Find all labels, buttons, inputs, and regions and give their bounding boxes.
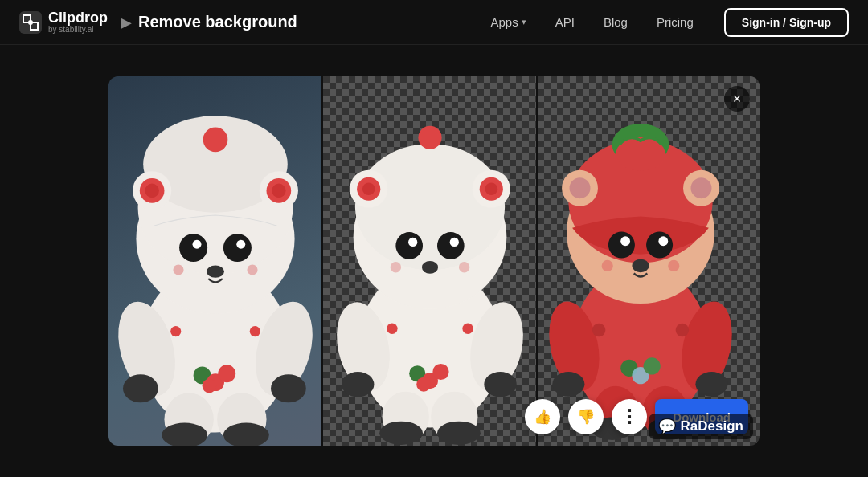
comparison-card: ×: [108, 76, 760, 446]
images-row: [108, 76, 760, 446]
original-panel: [108, 76, 321, 446]
svg-point-31: [202, 379, 216, 393]
thumbdown-icon: 👎: [577, 408, 595, 426]
svg-point-17: [207, 265, 224, 277]
svg-point-18: [173, 264, 183, 275]
svg-point-61: [432, 364, 448, 380]
main-content: ×: [0, 45, 868, 477]
nav-api[interactable]: API: [544, 10, 586, 34]
svg-point-42: [485, 182, 497, 195]
svg-point-16: [236, 240, 245, 249]
blog-label: Blog: [604, 15, 628, 29]
svg-point-78: [632, 259, 649, 273]
apps-chevron-icon: ▾: [522, 17, 526, 27]
svg-point-93: [676, 324, 690, 337]
svg-point-46: [408, 238, 417, 247]
svg-point-43: [418, 126, 441, 149]
svg-point-45: [436, 232, 464, 259]
svg-point-44: [395, 232, 423, 259]
svg-point-53: [342, 372, 374, 397]
svg-point-50: [458, 262, 469, 272]
thumbdown-button[interactable]: 👎: [568, 399, 604, 434]
svg-point-58: [436, 422, 480, 445]
apps-label: Apps: [491, 15, 518, 29]
logo-name: Clipdrop: [48, 10, 108, 25]
svg-point-14: [223, 234, 251, 262]
svg-point-47: [449, 238, 458, 247]
svg-point-41: [362, 182, 375, 195]
svg-point-54: [484, 372, 516, 397]
svg-point-11: [272, 184, 286, 198]
close-button[interactable]: ×: [724, 86, 750, 112]
svg-point-1: [28, 20, 33, 25]
svg-point-83: [552, 372, 584, 397]
svg-point-74: [608, 231, 635, 258]
more-icon: ⋮: [620, 406, 638, 427]
svg-point-64: [462, 323, 473, 333]
svg-point-57: [379, 422, 423, 445]
svg-point-76: [620, 236, 630, 246]
svg-point-15: [192, 240, 201, 249]
svg-point-72: [570, 177, 591, 198]
svg-point-30: [218, 365, 235, 382]
svg-point-23: [271, 374, 306, 402]
thumbup-icon: 👍: [534, 408, 551, 426]
svg-point-79: [602, 260, 613, 271]
svg-point-92: [592, 324, 606, 337]
svg-point-63: [387, 323, 397, 333]
logo-sub: by stability.ai: [48, 25, 108, 35]
thumbup-button[interactable]: 👍: [525, 399, 560, 434]
more-options-button[interactable]: ⋮: [612, 399, 647, 434]
svg-point-73: [691, 177, 712, 198]
nobg-bear-illustration: [323, 76, 536, 446]
red-bear-panel: [538, 76, 760, 446]
pricing-label: Pricing: [657, 15, 694, 29]
signin-button[interactable]: Sign-in / Sign-up: [724, 8, 849, 37]
svg-point-49: [390, 262, 400, 272]
breadcrumb-arrow: ▶: [121, 14, 132, 31]
removed-bg-panel: [323, 76, 536, 446]
svg-point-32: [170, 326, 181, 336]
navigation: Clipdrop by stability.ai ▶ Remove backgr…: [0, 0, 868, 45]
svg-point-13: [179, 234, 207, 262]
page-title: Remove background: [138, 13, 297, 31]
nav-blog[interactable]: Blog: [592, 10, 639, 34]
original-bear-illustration: [108, 76, 321, 446]
svg-point-91: [644, 357, 661, 374]
svg-point-80: [668, 260, 679, 271]
svg-point-84: [695, 372, 727, 397]
svg-point-12: [203, 128, 227, 153]
svg-point-10: [145, 184, 159, 198]
svg-point-36: [354, 144, 504, 270]
download-button[interactable]: Download: [655, 399, 748, 434]
svg-point-19: [247, 264, 257, 275]
logo-icon: [19, 11, 42, 34]
svg-point-62: [416, 377, 431, 392]
action-bar: 👍 👎 ⋮ Download: [525, 399, 748, 434]
svg-point-22: [123, 374, 158, 402]
nav-pricing[interactable]: Pricing: [645, 10, 705, 34]
api-label: API: [555, 15, 575, 29]
nav-apps[interactable]: Apps ▾: [480, 10, 538, 34]
svg-point-75: [646, 231, 673, 258]
svg-point-48: [421, 261, 437, 274]
svg-point-77: [658, 236, 668, 246]
red-bear-illustration: [538, 76, 751, 446]
svg-point-33: [249, 326, 260, 336]
logo[interactable]: Clipdrop by stability.ai: [19, 10, 108, 35]
